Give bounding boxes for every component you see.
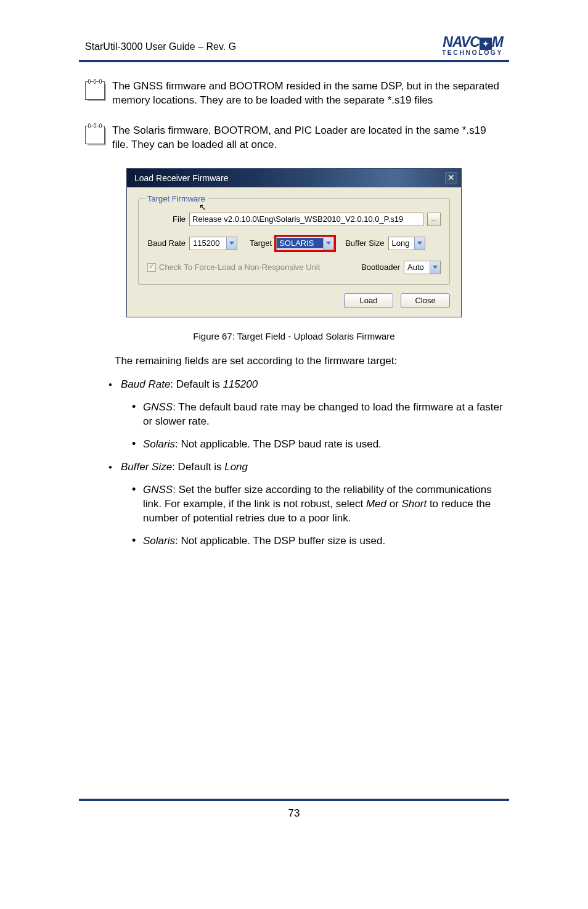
header-title: StarUtil-3000 User Guide – Rev. G	[85, 41, 236, 56]
dialog-titlebar: Load Receiver Firmware ✕	[127, 169, 461, 187]
target-firmware-fieldset: Target Firmware ↖ File Release v2.0.10.0…	[138, 198, 450, 285]
chevron-down-icon	[323, 237, 333, 250]
solaris-term: Solaris	[143, 438, 175, 450]
text: : Not applicable. The DSP buffer size is…	[175, 535, 385, 547]
med-option: Med	[366, 498, 386, 510]
buffer-size-value: Long	[389, 238, 414, 248]
baud-rate-value: 115200	[190, 238, 226, 248]
solaris-term: Solaris	[143, 535, 175, 547]
dialog-screenshot: Load Receiver Firmware ✕ Target Firmware…	[126, 168, 462, 317]
list-item: Buffer Size: Default is Long GNSS: Set t…	[121, 460, 503, 548]
text: : Default is	[170, 378, 223, 390]
load-button[interactable]: Load	[344, 293, 393, 308]
text: : Default is	[172, 461, 224, 473]
baud-rate-dropdown[interactable]: 115200	[189, 237, 237, 250]
text: : The default baud rate may be changed t…	[143, 401, 503, 427]
list-item: Solaris: Not applicable. The DSP buffer …	[143, 534, 503, 548]
note-text-2: The Solaris firmware, BOOTROM, and PIC L…	[112, 124, 503, 152]
chevron-down-icon	[430, 261, 440, 274]
note-block-1: The GNSS firmware and BOOTROM resided in…	[85, 79, 503, 108]
figure-caption: Figure 67: Target Field - Upload Solaris…	[85, 331, 503, 341]
note-block-2: The Solaris firmware, BOOTROM, and PIC L…	[85, 124, 503, 152]
buffer-size-dropdown[interactable]: Long	[388, 237, 425, 250]
bootloader-label: Bootloader	[361, 263, 400, 272]
target-highlight-box: SOLARIS	[274, 235, 336, 252]
fieldset-legend: Target Firmware	[145, 194, 208, 203]
note-text-1: The GNSS firmware and BOOTROM resided in…	[112, 79, 503, 108]
list-item: GNSS: Set the buffer size according to t…	[143, 483, 503, 526]
short-option: Short	[402, 498, 427, 510]
baud-rate-term: Baud Rate	[121, 378, 170, 390]
note-icon	[85, 126, 105, 144]
force-load-checkbox[interactable]	[147, 263, 156, 272]
file-input[interactable]: Release v2.0.10.0\Eng\Solaris_WSB2010_V2…	[189, 213, 423, 226]
page-number: 73	[0, 807, 588, 820]
dialog-title: Load Receiver Firmware	[134, 173, 229, 183]
list-item: Baud Rate: Default is 115200 GNSS: The d…	[121, 378, 503, 452]
text: : Not applicable. The DSP baud rate is u…	[175, 438, 382, 450]
buffer-size-label: Buffer Size	[345, 238, 384, 248]
list-item: Solaris: Not applicable. The DSP baud ra…	[143, 438, 503, 452]
buffer-size-default: Long	[224, 461, 248, 473]
logo-text-post: M	[492, 34, 503, 50]
logo: NAVCM TECHNOLOGY	[442, 34, 503, 56]
close-icon[interactable]: ✕	[445, 172, 457, 184]
target-dropdown[interactable]: SOLARIS	[276, 237, 334, 250]
note-icon	[85, 81, 105, 100]
text: or	[386, 498, 402, 510]
gnss-term: GNSS	[143, 401, 173, 413]
force-load-label: Check To Force-Load a Non-Responsive Uni…	[159, 263, 320, 272]
cursor-icon: ↖	[199, 202, 206, 212]
file-label: File	[147, 214, 186, 224]
chevron-down-icon	[226, 237, 237, 250]
logo-star-icon	[480, 38, 492, 50]
baud-rate-label: Baud Rate	[147, 238, 186, 248]
chevron-down-icon	[414, 237, 425, 250]
middle-paragraph: The remaining fields are set according t…	[85, 354, 503, 368]
list-item: GNSS: The default baud rate may be chang…	[143, 401, 503, 429]
gnss-term: GNSS	[143, 484, 173, 495]
target-label: Target	[250, 238, 272, 248]
close-button[interactable]: Close	[401, 293, 450, 308]
baud-rate-default: 115200	[223, 378, 258, 390]
buffer-size-term: Buffer Size	[121, 461, 172, 473]
target-value: SOLARIS	[277, 238, 323, 248]
footer-divider	[79, 799, 509, 801]
logo-text-pre: NAVC	[443, 34, 479, 50]
bootloader-dropdown[interactable]: Auto	[404, 261, 441, 274]
logo-subtext: TECHNOLOGY	[442, 49, 503, 56]
bootloader-value: Auto	[404, 263, 430, 272]
browse-button[interactable]: ...	[427, 213, 441, 226]
